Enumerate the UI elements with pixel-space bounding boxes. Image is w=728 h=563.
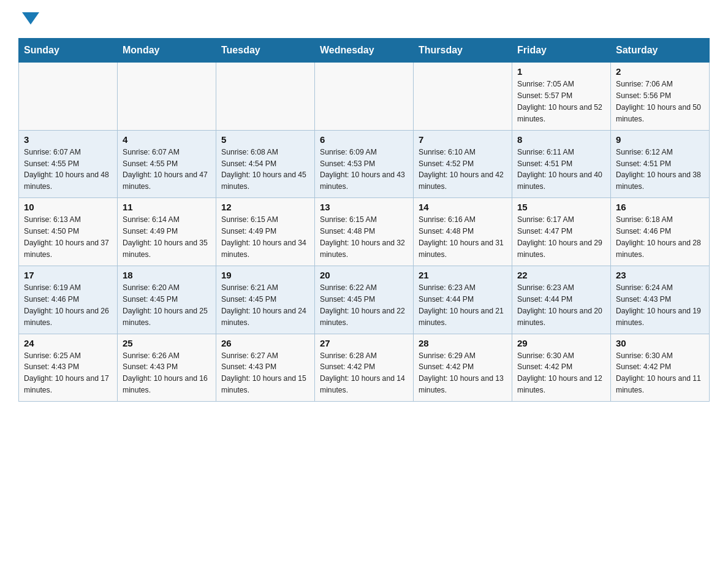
day-number: 11	[123, 202, 211, 212]
day-number: 25	[123, 338, 211, 348]
calendar-cell: 16Sunrise: 6:18 AMSunset: 4:46 PMDayligh…	[611, 198, 710, 266]
calendar-cell: 14Sunrise: 6:16 AMSunset: 4:48 PMDayligh…	[414, 198, 512, 266]
day-info: Sunrise: 6:22 AMSunset: 4:45 PMDaylight:…	[320, 282, 408, 329]
day-info: Sunrise: 6:28 AMSunset: 4:42 PMDaylight:…	[320, 350, 408, 397]
calendar-cell: 28Sunrise: 6:29 AMSunset: 4:42 PMDayligh…	[414, 334, 512, 402]
day-info: Sunrise: 6:17 AMSunset: 4:47 PMDaylight:…	[517, 214, 605, 261]
day-number: 12	[221, 202, 309, 212]
calendar-cell: 17Sunrise: 6:19 AMSunset: 4:46 PMDayligh…	[19, 266, 118, 334]
calendar-cell: 19Sunrise: 6:21 AMSunset: 4:45 PMDayligh…	[216, 266, 315, 334]
day-number: 28	[419, 338, 507, 348]
day-info: Sunrise: 6:21 AMSunset: 4:45 PMDaylight:…	[221, 282, 309, 329]
calendar-cell: 24Sunrise: 6:25 AMSunset: 4:43 PMDayligh…	[19, 334, 118, 402]
logo-blue-text	[18, 12, 39, 26]
day-info: Sunrise: 7:05 AMSunset: 5:57 PMDaylight:…	[517, 79, 605, 125]
calendar-cell: 15Sunrise: 6:17 AMSunset: 4:47 PMDayligh…	[512, 198, 611, 266]
weekday-header-wednesday: Wednesday	[315, 39, 414, 63]
calendar-cell: 26Sunrise: 6:27 AMSunset: 4:43 PMDayligh…	[216, 334, 315, 402]
day-number: 15	[517, 202, 605, 212]
day-number: 29	[517, 338, 605, 348]
calendar-cell: 27Sunrise: 6:28 AMSunset: 4:42 PMDayligh…	[315, 334, 414, 402]
calendar-cell	[315, 63, 414, 131]
day-number: 1	[517, 66, 605, 77]
calendar-cell: 4Sunrise: 6:07 AMSunset: 4:55 PMDaylight…	[118, 130, 216, 198]
calendar-cell: 8Sunrise: 6:11 AMSunset: 4:51 PMDaylight…	[512, 130, 611, 198]
day-info: Sunrise: 6:08 AMSunset: 4:54 PMDaylight:…	[221, 147, 309, 193]
day-number: 5	[221, 134, 309, 145]
day-number: 22	[517, 270, 605, 280]
weekday-header-monday: Monday	[118, 39, 216, 63]
calendar-cell: 2Sunrise: 7:06 AMSunset: 5:56 PMDaylight…	[611, 63, 710, 131]
weekday-header-saturday: Saturday	[611, 39, 710, 63]
day-info: Sunrise: 6:29 AMSunset: 4:42 PMDaylight:…	[419, 350, 507, 397]
week-row-4: 17Sunrise: 6:19 AMSunset: 4:46 PMDayligh…	[19, 266, 710, 334]
day-number: 23	[616, 270, 704, 280]
calendar-cell	[414, 63, 512, 131]
day-info: Sunrise: 6:09 AMSunset: 4:53 PMDaylight:…	[320, 147, 408, 193]
calendar-cell	[118, 63, 216, 131]
day-info: Sunrise: 6:13 AMSunset: 4:50 PMDaylight:…	[24, 214, 112, 261]
day-number: 14	[419, 202, 507, 212]
day-number: 3	[24, 134, 112, 145]
calendar-cell: 22Sunrise: 6:23 AMSunset: 4:44 PMDayligh…	[512, 266, 611, 334]
calendar-cell: 6Sunrise: 6:09 AMSunset: 4:53 PMDaylight…	[315, 130, 414, 198]
calendar-cell: 9Sunrise: 6:12 AMSunset: 4:51 PMDaylight…	[611, 130, 710, 198]
day-number: 16	[616, 202, 704, 212]
day-number: 20	[320, 270, 408, 280]
day-number: 2	[616, 66, 704, 77]
week-row-1: 1Sunrise: 7:05 AMSunset: 5:57 PMDaylight…	[19, 63, 710, 131]
weekday-header-friday: Friday	[512, 39, 611, 63]
day-info: Sunrise: 6:12 AMSunset: 4:51 PMDaylight:…	[616, 147, 704, 193]
day-info: Sunrise: 6:11 AMSunset: 4:51 PMDaylight:…	[517, 147, 605, 193]
day-info: Sunrise: 6:10 AMSunset: 4:52 PMDaylight:…	[419, 147, 507, 193]
calendar-cell: 13Sunrise: 6:15 AMSunset: 4:48 PMDayligh…	[315, 198, 414, 266]
day-number: 26	[221, 338, 309, 348]
day-info: Sunrise: 6:23 AMSunset: 4:44 PMDaylight:…	[419, 282, 507, 329]
calendar-cell: 29Sunrise: 6:30 AMSunset: 4:42 PMDayligh…	[512, 334, 611, 402]
day-number: 24	[24, 338, 112, 348]
day-number: 18	[123, 270, 211, 280]
calendar-cell: 1Sunrise: 7:05 AMSunset: 5:57 PMDaylight…	[512, 63, 611, 131]
day-number: 8	[517, 134, 605, 145]
day-info: Sunrise: 7:06 AMSunset: 5:56 PMDaylight:…	[616, 79, 704, 125]
calendar-cell: 11Sunrise: 6:14 AMSunset: 4:49 PMDayligh…	[118, 198, 216, 266]
calendar-cell: 10Sunrise: 6:13 AMSunset: 4:50 PMDayligh…	[19, 198, 118, 266]
day-number: 13	[320, 202, 408, 212]
calendar-cell: 7Sunrise: 6:10 AMSunset: 4:52 PMDaylight…	[414, 130, 512, 198]
calendar-cell: 30Sunrise: 6:30 AMSunset: 4:42 PMDayligh…	[611, 334, 710, 402]
weekday-header-sunday: Sunday	[19, 39, 118, 63]
day-info: Sunrise: 6:27 AMSunset: 4:43 PMDaylight:…	[221, 350, 309, 397]
day-number: 27	[320, 338, 408, 348]
day-number: 19	[221, 270, 309, 280]
day-info: Sunrise: 6:18 AMSunset: 4:46 PMDaylight:…	[616, 214, 704, 261]
day-info: Sunrise: 6:15 AMSunset: 4:48 PMDaylight:…	[320, 214, 408, 261]
calendar-cell: 23Sunrise: 6:24 AMSunset: 4:43 PMDayligh…	[611, 266, 710, 334]
day-info: Sunrise: 6:25 AMSunset: 4:43 PMDaylight:…	[24, 350, 112, 397]
day-number: 6	[320, 134, 408, 145]
page-header	[18, 12, 710, 26]
day-info: Sunrise: 6:23 AMSunset: 4:44 PMDaylight:…	[517, 282, 605, 329]
calendar-cell	[216, 63, 315, 131]
week-row-2: 3Sunrise: 6:07 AMSunset: 4:55 PMDaylight…	[19, 130, 710, 198]
day-info: Sunrise: 6:24 AMSunset: 4:43 PMDaylight:…	[616, 282, 704, 329]
calendar-cell: 5Sunrise: 6:08 AMSunset: 4:54 PMDaylight…	[216, 130, 315, 198]
logo	[18, 12, 39, 26]
day-info: Sunrise: 6:07 AMSunset: 4:55 PMDaylight:…	[123, 147, 211, 193]
week-row-3: 10Sunrise: 6:13 AMSunset: 4:50 PMDayligh…	[19, 198, 710, 266]
day-info: Sunrise: 6:26 AMSunset: 4:43 PMDaylight:…	[123, 350, 211, 397]
day-info: Sunrise: 6:15 AMSunset: 4:49 PMDaylight:…	[221, 214, 309, 261]
day-info: Sunrise: 6:30 AMSunset: 4:42 PMDaylight:…	[616, 350, 704, 397]
calendar-cell: 25Sunrise: 6:26 AMSunset: 4:43 PMDayligh…	[118, 334, 216, 402]
weekday-header-tuesday: Tuesday	[216, 39, 315, 63]
day-info: Sunrise: 6:14 AMSunset: 4:49 PMDaylight:…	[123, 214, 211, 261]
day-info: Sunrise: 6:16 AMSunset: 4:48 PMDaylight:…	[419, 214, 507, 261]
weekday-header-row: SundayMondayTuesdayWednesdayThursdayFrid…	[19, 39, 710, 63]
day-number: 30	[616, 338, 704, 348]
calendar-cell: 12Sunrise: 6:15 AMSunset: 4:49 PMDayligh…	[216, 198, 315, 266]
day-info: Sunrise: 6:30 AMSunset: 4:42 PMDaylight:…	[517, 350, 605, 397]
day-info: Sunrise: 6:20 AMSunset: 4:45 PMDaylight:…	[123, 282, 211, 329]
calendar-cell: 21Sunrise: 6:23 AMSunset: 4:44 PMDayligh…	[414, 266, 512, 334]
day-number: 4	[123, 134, 211, 145]
day-number: 10	[24, 202, 112, 212]
day-number: 17	[24, 270, 112, 280]
